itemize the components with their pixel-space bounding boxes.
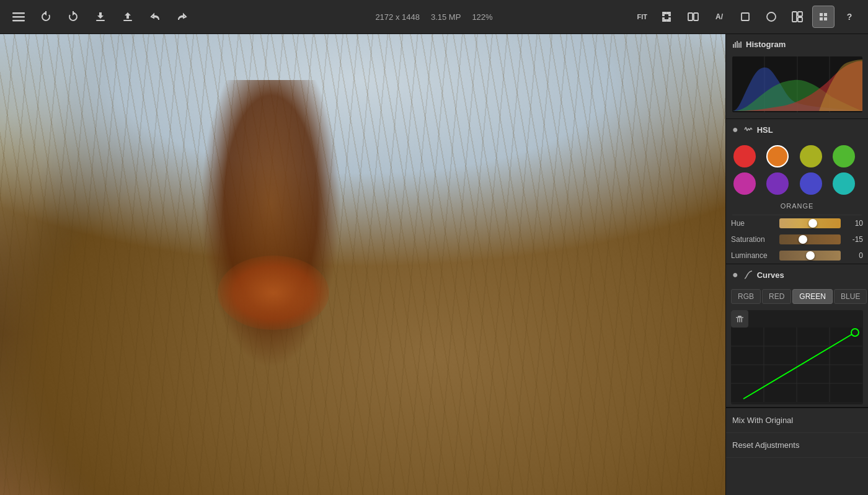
svg-point-8 xyxy=(767,12,776,21)
toolbar-left xyxy=(7,6,292,28)
tab-green[interactable]: GREEN xyxy=(792,289,833,304)
circle-select-button[interactable] xyxy=(760,6,782,28)
color-magenta[interactable] xyxy=(733,172,756,195)
curves-canvas xyxy=(731,310,863,404)
image-megapixels: 3.15 MP xyxy=(431,12,461,22)
svg-rect-6 xyxy=(694,13,698,20)
hue-slider[interactable] xyxy=(779,218,841,228)
fullscreen-button[interactable] xyxy=(656,6,678,28)
hsl-icon xyxy=(743,125,753,135)
help-button[interactable]: ? xyxy=(838,6,861,28)
histogram-section: Histogram xyxy=(726,34,868,119)
svg-line-73 xyxy=(751,128,752,130)
photo-hair xyxy=(159,80,345,390)
svg-rect-5 xyxy=(688,13,693,20)
luminance-slider[interactable] xyxy=(779,251,841,261)
history-back-button[interactable] xyxy=(35,6,57,28)
svg-rect-4 xyxy=(123,20,132,21)
history-forward-button[interactable] xyxy=(62,6,84,28)
luminance-value: 0 xyxy=(844,251,863,260)
mix-with-original-button[interactable]: Mix With Original xyxy=(726,408,868,433)
selected-color-label: ORANGE xyxy=(726,200,868,215)
hue-thumb[interactable] xyxy=(808,219,817,228)
svg-rect-62 xyxy=(738,43,740,48)
svg-rect-74 xyxy=(736,317,743,318)
svg-rect-59 xyxy=(733,44,734,48)
hsl-color-grid xyxy=(726,140,868,200)
color-yellow[interactable] xyxy=(800,145,822,167)
svg-rect-60 xyxy=(735,42,736,48)
toolbar: 2172 x 1448 3.15 MP 122% FIT A/ ? xyxy=(0,0,868,34)
curves-icon xyxy=(743,270,753,280)
fit-button[interactable]: FIT xyxy=(632,6,653,28)
tab-blue[interactable]: BLUE xyxy=(834,289,867,304)
photo-area[interactable] xyxy=(0,34,725,495)
histogram-icon xyxy=(732,39,742,49)
tab-red[interactable]: RED xyxy=(762,289,791,304)
share-button[interactable] xyxy=(117,6,139,28)
photo-scarf xyxy=(218,256,329,330)
svg-rect-9 xyxy=(792,12,797,22)
hsl-collapse-icon[interactable]: ● xyxy=(732,124,738,135)
reset-adjustments-button[interactable]: Reset Adjustments xyxy=(726,433,868,458)
svg-rect-3 xyxy=(96,20,105,21)
image-dimensions: 2172 x 1448 xyxy=(375,12,420,22)
curves-section: ● Curves RGB RED GREEN BLUE xyxy=(726,264,868,408)
bottom-buttons: Mix With Original Reset Adjustments xyxy=(726,408,868,458)
hsl-title: HSL xyxy=(757,125,773,135)
saturation-value: -15 xyxy=(844,235,863,244)
curves-header: ● Curves xyxy=(726,264,868,285)
color-blue[interactable] xyxy=(800,172,822,195)
delete-curve-button[interactable] xyxy=(731,310,748,328)
undo-button[interactable] xyxy=(144,6,166,28)
right-panel: Histogram xyxy=(725,34,868,495)
main-area: Histogram xyxy=(0,34,868,495)
curves-svg[interactable] xyxy=(731,328,862,402)
saturation-label: Saturation xyxy=(731,235,776,244)
download-button[interactable] xyxy=(89,6,112,28)
curves-collapse-icon[interactable]: ● xyxy=(732,269,738,280)
curve-point[interactable] xyxy=(851,329,859,336)
histogram-title: Histogram xyxy=(746,40,786,49)
photo-reeds-texture xyxy=(0,34,725,495)
luminance-label: Luminance xyxy=(731,251,776,260)
hue-label: Hue xyxy=(731,219,776,228)
panels-button[interactable] xyxy=(786,6,808,28)
photo-background xyxy=(0,34,725,495)
toolbar-right: FIT A/ ? xyxy=(576,6,861,28)
hsl-section: ● HSL ORANGE xyxy=(726,119,868,264)
color-purple[interactable] xyxy=(766,172,789,195)
toolbar-center: 2172 x 1448 3.15 MP 122% xyxy=(292,12,577,22)
luminance-thumb[interactable] xyxy=(806,251,815,260)
redo-button[interactable] xyxy=(171,6,193,28)
color-red[interactable] xyxy=(733,145,756,167)
svg-rect-0 xyxy=(12,12,25,14)
saturation-slider[interactable] xyxy=(779,234,841,244)
tab-rgb[interactable]: RGB xyxy=(731,289,761,304)
color-green[interactable] xyxy=(833,145,855,167)
saturation-slider-row: Saturation -15 xyxy=(726,231,868,248)
svg-rect-7 xyxy=(742,13,749,20)
svg-rect-61 xyxy=(737,41,738,48)
color-cyan[interactable] xyxy=(833,172,855,195)
svg-rect-76 xyxy=(739,318,740,323)
trash-icon xyxy=(735,314,744,323)
luminance-slider-row: Luminance 0 xyxy=(726,248,868,264)
histogram-canvas xyxy=(732,56,862,112)
svg-rect-10 xyxy=(798,12,802,16)
histogram-svg xyxy=(732,56,862,112)
menu-button[interactable] xyxy=(7,6,30,28)
curves-tabs: RGB RED GREEN BLUE xyxy=(726,285,868,308)
compare-button[interactable] xyxy=(682,6,704,28)
svg-rect-11 xyxy=(798,17,802,22)
svg-rect-1 xyxy=(12,16,25,18)
text-button[interactable]: A/ xyxy=(708,6,730,28)
saturation-thumb[interactable] xyxy=(799,235,807,244)
active-tool-button[interactable] xyxy=(812,6,835,28)
crop-button[interactable] xyxy=(734,6,756,28)
color-orange[interactable] xyxy=(766,145,789,167)
svg-rect-77 xyxy=(742,318,743,323)
curves-title: Curves xyxy=(757,270,784,280)
hue-slider-row: Hue 10 xyxy=(726,215,868,231)
svg-rect-2 xyxy=(12,20,25,22)
